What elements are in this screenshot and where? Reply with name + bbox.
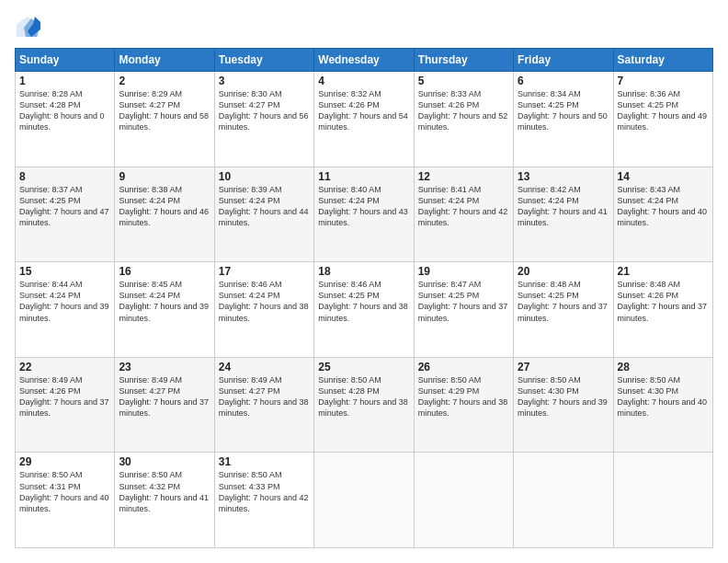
- week-row-4: 22 Sunrise: 8:49 AMSunset: 4:26 PMDaylig…: [16, 357, 713, 453]
- calendar-cell: 6 Sunrise: 8:34 AMSunset: 4:25 PMDayligh…: [514, 72, 613, 167]
- day-info: Sunrise: 8:50 AMSunset: 4:30 PMDaylight:…: [518, 374, 609, 419]
- col-thursday: Thursday: [414, 49, 513, 72]
- calendar-cell: 8 Sunrise: 8:37 AMSunset: 4:25 PMDayligh…: [16, 167, 115, 262]
- day-number: 20: [518, 265, 609, 278]
- day-number: 3: [219, 75, 310, 87]
- calendar-cell: 24 Sunrise: 8:49 AMSunset: 4:27 PMDaylig…: [214, 357, 313, 453]
- day-number: 11: [318, 170, 409, 183]
- calendar-cell: 13 Sunrise: 8:42 AMSunset: 4:24 PMDaylig…: [514, 167, 613, 262]
- day-number: 26: [418, 361, 509, 373]
- calendar-cell: 17 Sunrise: 8:46 AMSunset: 4:24 PMDaylig…: [214, 262, 313, 358]
- day-number: 27: [518, 361, 609, 373]
- day-info: Sunrise: 8:48 AMSunset: 4:25 PMDaylight:…: [518, 279, 609, 324]
- calendar-cell: 3 Sunrise: 8:30 AMSunset: 4:27 PMDayligh…: [214, 72, 313, 167]
- day-number: 13: [518, 170, 609, 183]
- day-info: Sunrise: 8:44 AMSunset: 4:24 PMDaylight:…: [19, 279, 110, 324]
- day-info: Sunrise: 8:49 AMSunset: 4:27 PMDaylight:…: [119, 374, 210, 419]
- calendar-cell: 16 Sunrise: 8:45 AMSunset: 4:24 PMDaylig…: [115, 262, 214, 358]
- calendar-cell: 21 Sunrise: 8:48 AMSunset: 4:26 PMDaylig…: [613, 262, 712, 358]
- calendar-cell: 1 Sunrise: 8:28 AMSunset: 4:28 PMDayligh…: [16, 72, 115, 167]
- day-info: Sunrise: 8:42 AMSunset: 4:24 PMDaylight:…: [518, 184, 609, 229]
- day-info: Sunrise: 8:32 AMSunset: 4:26 PMDaylight:…: [318, 88, 409, 133]
- day-info: Sunrise: 8:50 AMSunset: 4:28 PMDaylight:…: [318, 374, 409, 419]
- calendar-cell: 20 Sunrise: 8:48 AMSunset: 4:25 PMDaylig…: [514, 262, 613, 358]
- day-number: 24: [219, 361, 310, 373]
- day-info: Sunrise: 8:43 AMSunset: 4:24 PMDaylight:…: [618, 184, 709, 229]
- calendar-cell: 5 Sunrise: 8:33 AMSunset: 4:26 PMDayligh…: [414, 72, 513, 167]
- day-number: 4: [318, 75, 409, 87]
- day-info: Sunrise: 8:50 AMSunset: 4:32 PMDaylight:…: [119, 469, 210, 514]
- day-number: 16: [119, 265, 210, 278]
- day-info: Sunrise: 8:41 AMSunset: 4:24 PMDaylight:…: [418, 184, 509, 229]
- day-info: Sunrise: 8:40 AMSunset: 4:24 PMDaylight:…: [318, 184, 409, 229]
- week-row-1: 1 Sunrise: 8:28 AMSunset: 4:28 PMDayligh…: [16, 72, 713, 167]
- col-saturday: Saturday: [613, 49, 712, 72]
- calendar-cell: 9 Sunrise: 8:38 AMSunset: 4:24 PMDayligh…: [115, 167, 214, 262]
- day-info: Sunrise: 8:47 AMSunset: 4:25 PMDaylight:…: [418, 279, 509, 324]
- calendar-cell: 18 Sunrise: 8:46 AMSunset: 4:25 PMDaylig…: [314, 262, 414, 358]
- day-info: Sunrise: 8:46 AMSunset: 4:24 PMDaylight:…: [219, 279, 310, 324]
- col-sunday: Sunday: [16, 49, 115, 72]
- day-info: Sunrise: 8:39 AMSunset: 4:24 PMDaylight:…: [219, 184, 310, 229]
- calendar-cell: 27 Sunrise: 8:50 AMSunset: 4:30 PMDaylig…: [514, 357, 613, 453]
- day-number: 12: [418, 170, 509, 183]
- day-number: 25: [318, 361, 409, 373]
- day-info: Sunrise: 8:46 AMSunset: 4:25 PMDaylight:…: [318, 279, 409, 324]
- day-info: Sunrise: 8:48 AMSunset: 4:26 PMDaylight:…: [618, 279, 709, 324]
- day-info: Sunrise: 8:37 AMSunset: 4:25 PMDaylight:…: [19, 184, 110, 229]
- col-wednesday: Wednesday: [314, 49, 414, 72]
- day-number: 15: [19, 265, 110, 278]
- day-info: Sunrise: 8:34 AMSunset: 4:25 PMDaylight:…: [518, 88, 609, 133]
- day-info: Sunrise: 8:49 AMSunset: 4:26 PMDaylight:…: [19, 374, 110, 419]
- calendar-table: Sunday Monday Tuesday Wednesday Thursday…: [15, 48, 713, 548]
- calendar-cell: 15 Sunrise: 8:44 AMSunset: 4:24 PMDaylig…: [16, 262, 115, 358]
- day-number: 30: [119, 455, 210, 468]
- calendar-cell: 7 Sunrise: 8:36 AMSunset: 4:25 PMDayligh…: [613, 72, 712, 167]
- week-row-2: 8 Sunrise: 8:37 AMSunset: 4:25 PMDayligh…: [16, 167, 713, 262]
- calendar-cell: 22 Sunrise: 8:49 AMSunset: 4:26 PMDaylig…: [16, 357, 115, 453]
- day-number: 14: [618, 170, 709, 183]
- calendar-cell: 2 Sunrise: 8:29 AMSunset: 4:27 PMDayligh…: [115, 72, 214, 167]
- day-number: 23: [119, 361, 210, 373]
- day-number: 9: [119, 170, 210, 183]
- day-number: 1: [19, 75, 110, 87]
- day-info: Sunrise: 8:36 AMSunset: 4:25 PMDaylight:…: [618, 88, 709, 133]
- calendar-cell: 12 Sunrise: 8:41 AMSunset: 4:24 PMDaylig…: [414, 167, 513, 262]
- calendar-cell: 26 Sunrise: 8:50 AMSunset: 4:29 PMDaylig…: [414, 357, 513, 453]
- calendar-cell: 4 Sunrise: 8:32 AMSunset: 4:26 PMDayligh…: [314, 72, 414, 167]
- calendar-cell: 25 Sunrise: 8:50 AMSunset: 4:28 PMDaylig…: [314, 357, 414, 453]
- day-number: 29: [19, 455, 110, 468]
- calendar-cell: [314, 453, 414, 548]
- logo-icon: [15, 15, 40, 40]
- day-number: 7: [618, 75, 709, 87]
- week-row-5: 29 Sunrise: 8:50 AMSunset: 4:31 PMDaylig…: [16, 453, 713, 548]
- day-info: Sunrise: 8:45 AMSunset: 4:24 PMDaylight:…: [119, 279, 210, 324]
- day-info: Sunrise: 8:28 AMSunset: 4:28 PMDaylight:…: [19, 88, 110, 133]
- day-info: Sunrise: 8:30 AMSunset: 4:27 PMDaylight:…: [219, 88, 310, 133]
- day-info: Sunrise: 8:50 AMSunset: 4:29 PMDaylight:…: [418, 374, 509, 419]
- day-info: Sunrise: 8:33 AMSunset: 4:26 PMDaylight:…: [418, 88, 509, 133]
- day-info: Sunrise: 8:29 AMSunset: 4:27 PMDaylight:…: [119, 88, 210, 133]
- col-monday: Monday: [115, 49, 214, 72]
- day-number: 6: [518, 75, 609, 87]
- calendar-cell: [414, 453, 513, 548]
- col-friday: Friday: [514, 49, 613, 72]
- day-number: 19: [418, 265, 509, 278]
- day-info: Sunrise: 8:50 AMSunset: 4:30 PMDaylight:…: [618, 374, 709, 419]
- calendar-cell: 29 Sunrise: 8:50 AMSunset: 4:31 PMDaylig…: [16, 453, 115, 548]
- day-info: Sunrise: 8:49 AMSunset: 4:27 PMDaylight:…: [219, 374, 310, 419]
- calendar-cell: [613, 453, 712, 548]
- day-number: 5: [418, 75, 509, 87]
- day-number: 22: [19, 361, 110, 373]
- calendar-cell: 30 Sunrise: 8:50 AMSunset: 4:32 PMDaylig…: [115, 453, 214, 548]
- day-number: 17: [219, 265, 310, 278]
- calendar-cell: 31 Sunrise: 8:50 AMSunset: 4:33 PMDaylig…: [214, 453, 313, 548]
- day-number: 21: [618, 265, 709, 278]
- calendar-cell: 11 Sunrise: 8:40 AMSunset: 4:24 PMDaylig…: [314, 167, 414, 262]
- header: [15, 15, 713, 40]
- day-info: Sunrise: 8:50 AMSunset: 4:33 PMDaylight:…: [219, 469, 310, 514]
- page: Sunday Monday Tuesday Wednesday Thursday…: [0, 0, 728, 563]
- col-tuesday: Tuesday: [214, 49, 313, 72]
- day-number: 28: [618, 361, 709, 373]
- day-number: 18: [318, 265, 409, 278]
